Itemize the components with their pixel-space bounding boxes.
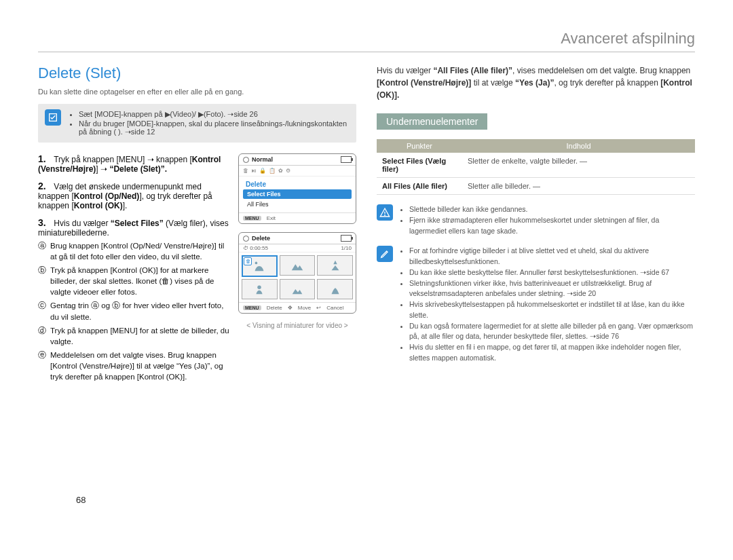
note-line: Sæt [MODE]‑knappen på ▶(Video)/ ▶(Foto).… xyxy=(79,110,350,119)
lcd-screen-thumbs: Delete ⏱ 0:00:55 1/10 🗑 xyxy=(238,232,356,314)
lcd-tab-icons: 🗑⏯🔒📋✿⚙ xyxy=(239,166,356,176)
battery-icon xyxy=(341,235,352,242)
info-line: Sletningsfunktionen virker ikke, hvis ba… xyxy=(409,278,695,300)
info-line: Du kan ikke slette beskyttelse filer. An… xyxy=(409,267,695,278)
page-title: Delete (Slet) xyxy=(38,64,356,82)
substep-d: Tryk på knappen [MENU] for at slette de … xyxy=(50,325,230,347)
lcd2-count: 1/10 xyxy=(341,245,352,251)
table-row: All Files (Alle filer) Sletter alle bill… xyxy=(377,178,695,195)
lcd-item-all-files[interactable]: All Files xyxy=(243,200,352,209)
step-2-text: Vælg det ønskede undermenupunkt med knap… xyxy=(38,182,212,210)
intro-text: Du kan slette dine optagelser en efter e… xyxy=(38,88,356,96)
page-number: 68 xyxy=(76,495,86,505)
lcd-caption: < Visning af miniaturer for video > xyxy=(238,322,356,329)
step-1-text: Tryk på knappen [MENU] ➝ knappen [Kontro… xyxy=(38,155,221,174)
step-1-number: 1. xyxy=(38,153,52,164)
lcd-screen-menu: Normal 🗑⏯🔒📋✿⚙ Delete Select Files All Fi… xyxy=(238,153,356,224)
menu-tag-icon: MENU xyxy=(243,216,261,221)
svg-point-1 xyxy=(258,286,262,290)
lcd2-foot-move: Move xyxy=(298,305,312,311)
menu-tag-icon: MENU xyxy=(243,305,261,310)
lcd-mode-label: Normal xyxy=(252,156,273,163)
svg-point-3 xyxy=(384,214,385,215)
substep-b: Tryk på knappen [Kontrol (OK)] for at ma… xyxy=(50,265,230,297)
col-content: Indhold xyxy=(462,139,695,153)
submenu-table: Punkter Indhold Select Files (Vælg filer… xyxy=(377,139,695,195)
thumb-6[interactable] xyxy=(317,279,353,299)
warning-block: Slettede billeder kan ikke gendannes. Fj… xyxy=(377,204,695,236)
thumb-3[interactable] xyxy=(317,255,353,276)
section-header: Avanceret afspilning xyxy=(38,30,695,48)
pencil-icon xyxy=(377,246,393,262)
checkbox-icon xyxy=(45,109,61,126)
substep-e: Meddelelsen om det valgte vises. Brug kn… xyxy=(50,350,230,382)
lcd2-foot-cancel: Cancel xyxy=(326,305,343,311)
battery-icon xyxy=(341,156,352,163)
warning-icon xyxy=(377,204,393,221)
lcd2-time: ⏱ 0:00:55 xyxy=(243,245,268,251)
svg-point-0 xyxy=(255,262,258,265)
substep-a: Brug knappen [Kontrol (Op/Ned/ Venstre/H… xyxy=(50,240,230,262)
precondition-note: Sæt [MODE]‑knappen på ▶(Video)/ ▶(Foto).… xyxy=(38,104,356,143)
lcd-menu-title: Delete xyxy=(246,181,352,188)
info-line: Hvis skrivebeskyttelsestappen på hukomme… xyxy=(409,299,695,321)
note-line: Når du bruger [MODE]‑knappen, skal du pl… xyxy=(79,119,350,136)
left-column: Delete (Slet) Du kan slette dine optagel… xyxy=(38,64,356,385)
table-row: Select Files (Vælg filer) Sletter de enk… xyxy=(377,153,695,178)
submenu-heading: Undermenuelementer xyxy=(377,113,487,130)
all-files-para: Hvis du vælger “All Files (Alle filer)”,… xyxy=(377,64,695,101)
info-line: For at forhindre vigtige billeder i at b… xyxy=(409,246,695,267)
info-line: Hvis du sletter en fil i en mappe, og de… xyxy=(409,342,695,364)
thumb-4[interactable] xyxy=(242,279,278,299)
step-3-text: Hvis du vælger “Select Files” (Vælg file… xyxy=(38,219,229,238)
header-rule xyxy=(38,52,695,52)
col-points: Punkter xyxy=(377,139,462,153)
warn-line: Fjern ikke strømadapteren eller hukommel… xyxy=(409,215,695,237)
warn-line: Slettede billeder kan ikke gendannes. xyxy=(409,204,695,215)
lcd-item-select-files[interactable]: Select Files xyxy=(243,189,352,199)
step-2-number: 2. xyxy=(38,181,52,191)
lcd2-foot-delete: Delete xyxy=(267,305,282,311)
right-column: Hvis du vælger “All Files (Alle filer)”,… xyxy=(377,64,695,385)
thumb-2[interactable] xyxy=(280,255,316,276)
lcd2-title: Delete xyxy=(252,235,270,242)
step-3-number: 3. xyxy=(38,217,52,228)
thumb-5[interactable] xyxy=(280,279,316,299)
info-line: Du kan også formatere lagermediet for at… xyxy=(409,321,695,343)
lcd-exit-label: Exit xyxy=(267,215,276,221)
thumb-1[interactable]: 🗑 xyxy=(242,255,278,277)
info-block: For at forhindre vigtige billeder i at b… xyxy=(377,246,695,363)
substep-c: Gentag trin ⓐ og ⓑ for hver video eller … xyxy=(50,300,230,322)
